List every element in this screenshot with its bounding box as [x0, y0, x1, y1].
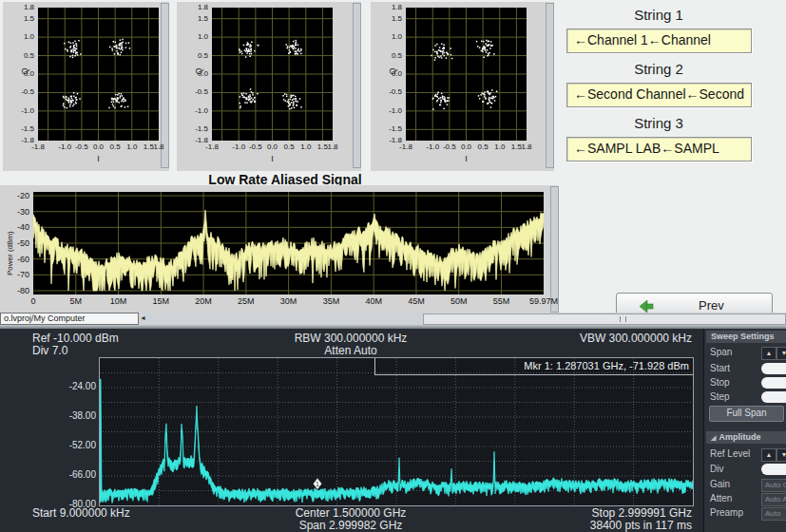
spin-up-icon: ▲ [766, 451, 773, 458]
stop-freq-readout: Stop 2.999991 GHz [428, 506, 692, 520]
x-tick-label: 20M [187, 296, 220, 306]
x-tick-label: -1.8 [394, 142, 417, 151]
atten-label: Atten [710, 493, 732, 504]
x-tick-label: 45M [400, 296, 432, 306]
y-tick-label: -40 [6, 222, 29, 232]
horizontal-scrollbar-thumb[interactable] [423, 314, 786, 325]
string-1-label: String 1 [566, 7, 751, 23]
y-tick-label: -24.00 [53, 381, 96, 391]
ref-level-spin-down-button[interactable]: ▼ [776, 448, 786, 462]
y-tick-label: 0.0 [371, 69, 402, 78]
y-tick-label: -1.0 [371, 106, 402, 115]
aliased-plot-area [33, 192, 544, 294]
y-tick-label: -1.5 [371, 124, 402, 133]
start-field[interactable] [761, 363, 786, 374]
y-tick-label: 0.0 [3, 69, 34, 78]
x-tick-label: 40M [357, 296, 390, 306]
tab-scroll-left-icon[interactable]: ◄ [140, 314, 146, 321]
ref-level-label: Ref Level [710, 448, 750, 459]
string-2-value[interactable]: ←Second Channel←Second [566, 83, 752, 107]
y-tick-label: 1.8 [177, 3, 208, 11]
ref-level-spin-up-button[interactable]: ▲ [761, 448, 776, 462]
amplitude-header-label: Amplitude [719, 432, 760, 442]
constellation-plot-area [406, 8, 527, 141]
step-label: Step [710, 391, 730, 402]
preamp-label: Preamp [710, 507, 743, 518]
points-readout: 38400 pts in 117 ms [428, 519, 692, 532]
svg-text:1: 1 [316, 481, 319, 487]
project-tab-bar: o.lvproj/My Computer ◄ [0, 313, 786, 326]
div-field[interactable] [761, 464, 786, 475]
constellation-graph-3: Q I 1.81.51.00.50.0-0.5-1.0-1.5-1.8-1.8-… [371, 2, 554, 171]
aliased-signal-graph: Power (dBm) -20-30-40-50-60-70-8005M10M1… [0, 185, 559, 314]
x-tick-label: 35M [315, 296, 347, 306]
stop-label: Stop [710, 377, 730, 388]
constellation-graph-1: Q I 1.81.51.00.50.0-0.5-1.0-1.5-1.8-1.8-… [3, 2, 169, 171]
y-tick-label: -50 [6, 238, 29, 248]
y-tick-label: -70 [6, 270, 29, 279]
y-tick-label: 1.5 [371, 14, 402, 23]
x-tick-label: 55M [485, 296, 517, 306]
y-tick-label: -38.00 [53, 410, 96, 421]
labview-front-panel: Q I 1.81.51.00.50.0-0.5-1.0-1.5-1.8-1.8-… [0, 0, 786, 532]
y-tick-label: -80 [6, 286, 29, 295]
y-tick-label: -0.5 [371, 87, 402, 96]
y-tick-label: -1.5 [177, 124, 208, 133]
string-3-label: String 3 [566, 115, 751, 131]
start-label: Start [710, 363, 730, 373]
step-field[interactable] [761, 391, 786, 403]
span-spin-up-button[interactable]: ▲ [761, 347, 776, 360]
x-tick-label: 1.8 [321, 142, 344, 151]
span-spin-down-button[interactable]: ▼ [776, 347, 786, 360]
y-tick-label: -60 [6, 255, 29, 264]
string-3-value[interactable]: ←SAMPL LAB←SAMPL [566, 137, 752, 162]
y-tick-label: -1.5 [3, 124, 34, 133]
full-span-button[interactable]: Full Span [709, 406, 784, 422]
vertical-scrollbar[interactable] [353, 3, 361, 168]
y-tick-label: -1.0 [3, 106, 34, 115]
y-tick-label: -80.00 [53, 499, 96, 509]
x-tick-label: 50M [443, 296, 475, 306]
span-label: Span [710, 347, 732, 357]
div-readout: Div 7.0 [32, 344, 67, 357]
div-label: Div [710, 464, 723, 474]
amplitude-section-header[interactable]: ◢Amplitude [706, 431, 786, 444]
x-axis-label: I [406, 154, 527, 163]
prev-arrow-icon [640, 300, 654, 313]
string-1-value[interactable]: ←Channel 1←Channel [566, 28, 752, 53]
stop-field[interactable] [761, 377, 786, 389]
y-tick-label: -1.0 [177, 106, 208, 115]
auto-gain-button[interactable]: Auto Ga [761, 479, 786, 492]
vertical-scrollbar[interactable] [550, 186, 559, 313]
scrollbar-grip-icon [620, 316, 626, 322]
auto-atten-button[interactable]: Auto Atte [761, 493, 786, 506]
y-tick-label: 0.0 [177, 69, 208, 78]
spectrum-analyzer-panel: Ref -10.000 dBm Div 7.0 RBW 300.000000 k… [0, 329, 786, 532]
y-tick-label: 1.8 [3, 3, 34, 11]
string-2-label: String 2 [566, 61, 751, 77]
spin-down-icon: ▼ [781, 350, 786, 356]
x-tick-label: 1.8 [515, 142, 538, 151]
analyzer-sidebar: Sweep Settings Span ▲ ▼ Start Stop Step … [703, 329, 786, 532]
prev-button-label: Prev [699, 298, 724, 313]
x-axis-label: I [212, 154, 333, 163]
constellation-graph-2: Q I 1.81.51.00.50.0-0.5-1.0-1.5-1.8-1.8-… [177, 2, 361, 171]
gain-label: Gain [710, 479, 730, 489]
project-tab[interactable]: o.lvproj/My Computer [0, 313, 139, 325]
y-tick-label: -52.00 [53, 440, 96, 450]
marker-readout: Mkr 1: 1.287031 GHz, -71.928 dBm [374, 358, 693, 375]
constellation-plot-area [38, 8, 159, 141]
y-tick-label: 0.5 [3, 51, 34, 60]
sweep-settings-header[interactable]: Sweep Settings [706, 331, 786, 343]
amplitude-expander-icon: ◢ [711, 434, 716, 441]
y-tick-label: 0.5 [177, 51, 208, 60]
auto-preamp-button[interactable]: Auto [761, 507, 786, 521]
spin-down-icon: ▼ [781, 451, 786, 458]
x-tick-label: 5M [60, 296, 92, 306]
x-tick-label: 30M [273, 296, 305, 306]
x-tick-label: 15M [144, 296, 177, 306]
x-tick-label: -1.8 [27, 142, 49, 151]
x-axis-label: I [38, 154, 159, 163]
y-tick-label: 1.5 [3, 14, 34, 23]
vertical-scrollbar[interactable] [546, 3, 554, 168]
